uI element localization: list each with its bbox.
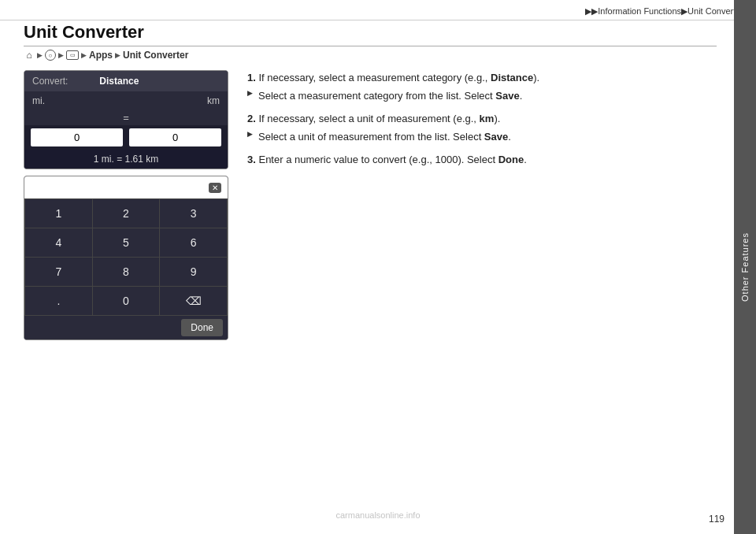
step-2-text-after: ). [494, 113, 500, 124]
numpad-key-3[interactable]: 3 [160, 199, 227, 228]
numpad-input-row: ✕ [24, 176, 228, 198]
two-columns: Convert: Distance mi. km = 0 0 1 mi. = 1… [24, 70, 717, 340]
page-title: Unit Converter [24, 22, 717, 46]
numpad-key-9[interactable]: 9 [160, 258, 227, 286]
step-2-num: 2. [247, 113, 256, 124]
numpad-key-2[interactable]: 2 [93, 199, 160, 228]
main-content: Unit Converter ⌂ ▶ ○ ▶ ▭ ▶ Apps ▶ Unit C… [24, 22, 717, 534]
arrow-icon-1: ▶ [37, 51, 43, 59]
right-sidebar: Other Features [734, 0, 756, 534]
numpad-key-6[interactable]: 6 [160, 228, 227, 257]
numpad-key-5[interactable]: 5 [93, 228, 160, 257]
rect-icon: ▭ [66, 50, 79, 60]
numpad-key-backspace[interactable]: ⌫ [160, 287, 227, 315]
step-2-text-before: If necessary, select a unit of measureme… [258, 113, 479, 124]
step-1-text-before: If necessary, select a measurement categ… [258, 72, 491, 83]
converter-header: Convert: Distance [24, 71, 228, 91]
watermark: carmanualsonline.info [335, 510, 420, 520]
step-3-num: 3. [247, 154, 256, 165]
numpad-clear-button[interactable]: ✕ [209, 183, 221, 193]
numpad-key-7[interactable]: 7 [25, 258, 92, 286]
instruction-1: 1. If necessary, select a measurement ca… [247, 70, 717, 103]
instruction-2: 2. If necessary, select a unit of measur… [247, 111, 717, 144]
home-icon: ⌂ [24, 50, 35, 61]
step-3-text: Enter a numeric value to convert (e.g., … [258, 154, 526, 165]
instruction-list: 1. If necessary, select a measurement ca… [247, 70, 717, 168]
instruction-3: 3. Enter a numeric value to convert (e.g… [247, 152, 717, 168]
numpad-key-1[interactable]: 1 [25, 199, 92, 228]
numpad-grid: 1 2 3 4 5 6 7 8 9 . 0 ⌫ [24, 198, 228, 316]
converter-equals-row: = [24, 110, 228, 125]
page-number: 119 [709, 514, 724, 525]
step-1-sub-1: Select a measurement category from the l… [247, 88, 717, 104]
arrow-icon-2: ▶ [58, 51, 64, 59]
arrow-icon-3: ▶ [81, 51, 87, 59]
top-breadcrumb-bar: ▶▶Information Functions▶Unit Converter [0, 0, 756, 20]
right-column: 1. If necessary, select a measurement ca… [247, 70, 717, 176]
step-2-sub-list: Select a unit of measurement from the li… [247, 129, 717, 145]
convert-value: Distance [99, 76, 139, 87]
value-left[interactable]: 0 [31, 128, 123, 146]
unit-right: km [207, 95, 220, 106]
step-1-bold: Distance [491, 72, 533, 83]
converter-units-row: mi. km [24, 91, 228, 110]
top-breadcrumb-text: ▶▶Information Functions▶Unit Converter [585, 6, 743, 16]
left-column: Convert: Distance mi. km = 0 0 1 mi. = 1… [24, 70, 228, 340]
sidebar-label: Other Features [740, 232, 750, 302]
breadcrumb-unit-converter: Unit Converter [123, 50, 188, 61]
breadcrumb-nav: ⌂ ▶ ○ ▶ ▭ ▶ Apps ▶ Unit Converter [24, 50, 717, 61]
numpad-key-4[interactable]: 4 [25, 228, 92, 257]
converter-screen: Convert: Distance mi. km = 0 0 1 mi. = 1… [24, 70, 228, 169]
step-1-sub-list: Select a measurement category from the l… [247, 88, 717, 104]
convert-label: Convert: [32, 76, 68, 87]
numpad-screen: ✕ 1 2 3 4 5 6 7 8 9 . 0 ⌫ Done [24, 176, 228, 340]
value-right[interactable]: 0 [129, 128, 221, 146]
breadcrumb-apps: Apps [89, 50, 113, 61]
numpad-done-row: Done [24, 316, 228, 339]
numpad-key-0[interactable]: 0 [93, 287, 160, 315]
numpad-key-8[interactable]: 8 [93, 258, 160, 286]
circle-icon: ○ [45, 50, 56, 61]
done-button[interactable]: Done [181, 319, 223, 336]
unit-left: mi. [32, 95, 45, 106]
arrow-icon-4: ▶ [115, 51, 120, 59]
step-1-num: 1. [247, 72, 256, 83]
step-1-text-after: ). [533, 72, 539, 83]
converter-values-row: 0 0 [24, 125, 228, 150]
numpad-key-dot[interactable]: . [25, 287, 92, 315]
converter-result-label: 1 mi. = 1.61 km [24, 150, 228, 169]
step-2-sub-1: Select a unit of measurement from the li… [247, 129, 717, 145]
step-2-bold: km [480, 113, 495, 124]
equals-sign: = [123, 112, 129, 124]
